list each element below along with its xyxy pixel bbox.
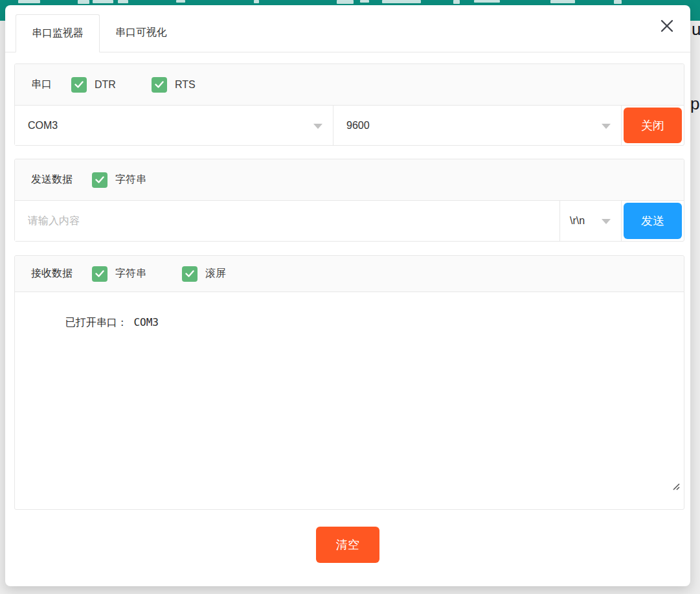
menu-text-fragment (453, 0, 460, 4)
serial-port-controls-row: COM3 9600 关闭 (15, 106, 684, 145)
clear-button[interactable]: 清空 (316, 527, 379, 563)
serial-port-section: 串口 DTR RTS (14, 63, 684, 146)
menu-text-fragment (550, 0, 575, 3)
receive-output-text: 已打开串口： COM3 (65, 316, 159, 328)
menu-text-fragment (18, 0, 40, 3)
menu-text-fragment (360, 0, 369, 3)
menu-text-fragment (118, 0, 128, 3)
resize-handle[interactable] (622, 468, 680, 505)
close-button[interactable] (658, 17, 676, 35)
background-code-fragment: u (692, 21, 700, 38)
close-port-button[interactable]: 关闭 (624, 108, 682, 143)
autoscroll-checkbox[interactable] (182, 266, 198, 282)
receive-data-section: 接收数据 字符串 滚屏 已打开串口： C (14, 255, 684, 510)
line-ending-value: \r\n (570, 215, 585, 227)
menu-text-fragment (254, 0, 259, 3)
send-string-label: 字符串 (115, 173, 146, 187)
port-select-value: COM3 (28, 120, 58, 131)
menu-text-fragment (474, 0, 500, 3)
check-icon (185, 270, 194, 277)
menu-text-fragment (176, 0, 185, 3)
send-string-checkbox[interactable] (92, 172, 107, 188)
chevron-down-icon (313, 124, 322, 129)
dialog-tabbar: 串口监视器 串口可视化 (5, 5, 690, 52)
check-icon (95, 176, 104, 183)
menu-text-fragment (78, 0, 89, 4)
serial-monitor-dialog: 串口监视器 串口可视化 串口 DTR (5, 5, 690, 586)
menu-text-fragment (382, 0, 421, 3)
receive-string-checkbox[interactable] (92, 266, 107, 282)
send-button[interactable]: 发送 (624, 203, 682, 239)
dtr-checkbox[interactable] (71, 77, 87, 93)
clear-button-row: 清空 (5, 527, 690, 563)
dtr-label: DTR (95, 79, 116, 91)
close-icon (660, 19, 674, 33)
line-ending-select[interactable]: \r\n (559, 201, 621, 241)
receive-data-header: 接收数据 字符串 滚屏 (15, 256, 684, 292)
check-icon (155, 81, 164, 88)
background-code-fragment: p (690, 95, 699, 112)
send-data-header: 发送数据 字符串 (15, 159, 684, 201)
menu-text-fragment (337, 0, 354, 4)
send-data-title: 发送数据 (31, 173, 73, 187)
rts-label: RTS (175, 79, 196, 91)
send-data-section: 发送数据 字符串 \r\n 发送 (14, 159, 684, 242)
receive-string-label: 字符串 (115, 267, 146, 280)
tab-serial-monitor[interactable]: 串口监视器 (16, 14, 100, 52)
send-content-input[interactable] (15, 201, 559, 241)
rts-checkbox[interactable] (152, 77, 167, 93)
autoscroll-label: 滚屏 (205, 267, 226, 280)
serial-port-header: 串口 DTR RTS (15, 64, 684, 106)
chevron-down-icon (602, 124, 611, 129)
menu-text-fragment (93, 0, 113, 3)
receive-data-title: 接收数据 (31, 267, 73, 280)
check-icon (74, 81, 84, 88)
receive-output-textarea[interactable]: 已打开串口： COM3 (15, 292, 684, 509)
send-data-controls-row: \r\n 发送 (15, 201, 684, 241)
menu-text-fragment (614, 0, 622, 4)
serial-port-title: 串口 (31, 78, 52, 91)
baudrate-select[interactable]: 9600 (333, 106, 621, 145)
tab-serial-visualization[interactable]: 串口可视化 (100, 14, 183, 52)
port-select[interactable]: COM3 (15, 106, 333, 145)
chevron-down-icon (602, 219, 611, 224)
baudrate-select-value: 9600 (346, 120, 370, 131)
check-icon (95, 270, 104, 277)
